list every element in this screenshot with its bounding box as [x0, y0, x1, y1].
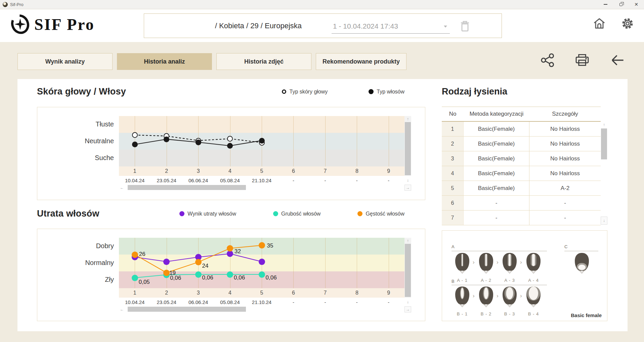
table-row[interactable]: 6--	[442, 196, 601, 211]
head-diagram-A4	[525, 252, 542, 274]
table-row[interactable]: 5Basic(Female)A-2	[442, 181, 601, 196]
scroll-track[interactable]	[125, 185, 404, 190]
legend-item: Grubość włosów	[273, 211, 320, 217]
table-cell: -	[529, 211, 601, 225]
close-button[interactable]: ✕	[629, 0, 644, 9]
y-axis-label: Tłuste	[37, 120, 114, 128]
minimize-button[interactable]	[598, 0, 613, 9]
table-row[interactable]: 1Basic(Female)No Hairloss	[442, 122, 601, 137]
window-title: Sif-Pro	[10, 2, 24, 7]
x-date: -	[343, 298, 370, 306]
x-tick: 4	[222, 166, 239, 176]
table-row[interactable]: 7--	[442, 211, 601, 225]
x-date: -	[280, 176, 307, 185]
head-diagram-C1	[573, 252, 591, 274]
scroll-down-icon[interactable]: ↓	[404, 176, 411, 185]
chart1-title: Skóra głowy / Włosy	[37, 86, 126, 97]
scroll-left-icon[interactable]: ←	[119, 307, 125, 312]
horizontal-scrollbar[interactable]: ←	[119, 185, 404, 190]
main-card: Skóra głowy / Włosy Typ skóry głowyTyp w…	[17, 79, 628, 331]
scroll-thumb[interactable]	[128, 185, 246, 190]
data-point	[195, 271, 202, 278]
x-tick: 1	[126, 288, 143, 298]
logo-icon	[10, 14, 31, 34]
open-circle-icon	[282, 89, 286, 94]
dot-icon	[273, 211, 278, 216]
back-button[interactable]	[609, 52, 625, 68]
table-cell: -	[464, 211, 529, 225]
scroll-track[interactable]	[125, 306, 404, 312]
table-cell: No Hairloss	[529, 122, 601, 136]
delete-session-button[interactable]	[459, 19, 473, 33]
x-date: 23.05.24	[153, 298, 180, 306]
table-header-cell: Szczegóły	[529, 107, 601, 121]
chevron-right-icon: ›	[473, 259, 475, 266]
scroll-up-icon[interactable]: ↑	[601, 122, 607, 128]
head-diagram-label: B - 4	[525, 311, 542, 316]
scroll-right-icon[interactable]: →	[404, 185, 411, 191]
tab-4[interactable]: Rekomendowane produkty	[316, 53, 406, 70]
y-axis-label: Normalny	[37, 259, 114, 267]
x-date: 10.04.24	[121, 176, 148, 185]
legend-item: Typ skóry głowy	[282, 89, 328, 95]
x-date: -	[375, 298, 402, 306]
table-row[interactable]: 2Basic(Female)No Hairloss	[442, 137, 601, 151]
head-diagram-label: B - 1	[454, 311, 471, 316]
x-axis-dates: 10.04.2423.05.2406.06.2405.08.2421.10.24…	[119, 176, 404, 185]
x-date: 21.10.24	[248, 298, 275, 306]
tab-3[interactable]: Historia zdjęć	[216, 53, 311, 70]
data-point	[259, 138, 265, 144]
table-row[interactable]: 3Basic(Female)No Hairloss	[442, 151, 601, 166]
baldness-diagram-panel: Basic female A A - 1› A - 2› A - 3› A - …	[442, 230, 607, 321]
vertical-scrollbar[interactable]: ↑	[404, 116, 411, 176]
scroll-down-icon[interactable]: ↓	[601, 217, 607, 225]
settings-button[interactable]	[620, 17, 635, 30]
chart2-title: Utrata włosów	[37, 208, 99, 219]
data-point-label: 0,06	[266, 274, 277, 281]
scroll-down-icon[interactable]: ↓	[404, 298, 411, 306]
share-button[interactable]	[540, 52, 555, 68]
scroll-up-icon[interactable]: ↑	[404, 116, 411, 122]
chart2-legend: Wynik utraty włosówGrubość włosówGęstość…	[179, 211, 404, 217]
table-cell: 7	[442, 211, 464, 225]
section-label-B: B	[452, 279, 455, 284]
head-diagram-A2	[477, 252, 495, 274]
session-select[interactable]: 1 - 10.04.2024 17:43	[332, 19, 450, 34]
data-point	[132, 252, 138, 258]
data-point-label: 0,05	[139, 279, 150, 286]
scroll-thumb[interactable]	[405, 122, 411, 175]
y-axis-label: Suche	[37, 154, 114, 162]
x-axis-dates: 10.04.2423.05.2406.06.2405.08.2421.10.24…	[119, 298, 404, 306]
hairloss-chart: DobryNormalnyZły0,050,060,060,060,062619…	[37, 229, 425, 321]
tab-2[interactable]: Historia analiz	[117, 53, 212, 70]
scroll-thumb[interactable]	[601, 128, 607, 159]
scroll-up-icon[interactable]: ↑	[404, 238, 411, 243]
back-arrow-icon	[609, 52, 625, 68]
table-cell: Basic(Female)	[464, 181, 529, 195]
table-cell: Basic(Female)	[464, 166, 529, 181]
table-cell: 5	[442, 181, 464, 195]
app-window: Sif-Pro ✕ SIF Pro / Kobieta / 29 / Europ…	[0, 0, 644, 342]
dot-icon	[357, 211, 362, 216]
table-cell: 1	[442, 122, 464, 136]
app-icon	[3, 2, 8, 7]
scroll-thumb[interactable]	[405, 244, 411, 297]
section-rule	[452, 251, 547, 251]
tab-1[interactable]: Wynik analizy	[17, 53, 113, 70]
x-axis-ticks: 123456789	[119, 288, 411, 298]
restore-button[interactable]	[613, 0, 629, 9]
print-button[interactable]	[574, 52, 590, 68]
scroll-thumb[interactable]	[128, 307, 246, 312]
x-date: 05.08.24	[217, 298, 244, 306]
table-scrollbar[interactable]: ↑↓	[601, 122, 607, 225]
vertical-scrollbar[interactable]: ↑	[404, 238, 411, 298]
home-button[interactable]	[592, 17, 606, 30]
y-axis-label: Neutralne	[37, 137, 114, 145]
x-tick: 7	[317, 288, 334, 298]
scroll-right-icon[interactable]: →	[404, 306, 411, 312]
scroll-left-icon[interactable]: ←	[119, 185, 125, 190]
section-rule	[564, 251, 598, 251]
table-row[interactable]: 4Basic(Female)No Hairloss	[442, 166, 601, 181]
data-point	[164, 137, 169, 142]
horizontal-scrollbar[interactable]: ←	[119, 306, 404, 312]
